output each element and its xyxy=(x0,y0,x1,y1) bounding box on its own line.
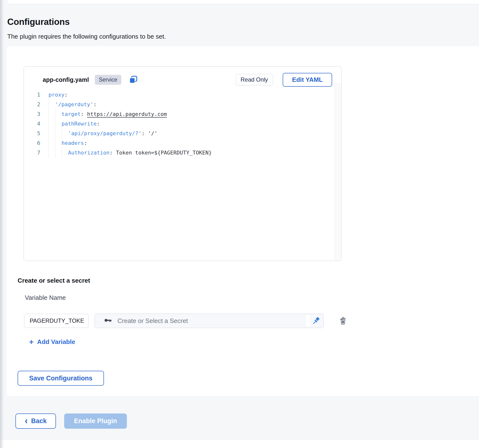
save-configurations-button[interactable]: Save Configurations xyxy=(18,371,104,386)
line-number: 7 xyxy=(24,150,40,156)
line-number: 1 xyxy=(24,92,40,98)
indent-guide xyxy=(48,128,55,138)
file-name: app-config.yaml xyxy=(43,76,89,83)
indent-guide xyxy=(48,99,55,109)
service-badge: Service xyxy=(95,75,122,85)
indent-guide xyxy=(55,109,62,119)
secret-section: Create or select a secret Variable Name … xyxy=(18,277,479,386)
indent-guide xyxy=(48,119,55,128)
page-title: Configurations xyxy=(7,17,479,27)
variable-name-label: Variable Name xyxy=(25,294,479,301)
indent-guide xyxy=(48,148,55,157)
line-number: 3 xyxy=(24,111,40,117)
pin-icon[interactable] xyxy=(310,314,322,327)
edit-yaml-button[interactable]: Edit YAML xyxy=(283,73,332,87)
picker-divider xyxy=(306,315,310,327)
variable-name-input[interactable] xyxy=(24,314,89,328)
indent-guide xyxy=(48,109,55,119)
indent-guide xyxy=(55,148,62,157)
code-line: 1proxy: xyxy=(24,90,341,99)
secret-picker-placeholder: Create or Select a Secret xyxy=(117,317,306,325)
editor-header: app-config.yaml Service Read Only Edit Y… xyxy=(24,67,341,86)
trash-icon[interactable] xyxy=(338,315,348,326)
bottom-white-band xyxy=(0,440,479,448)
add-variable-label: Add Variable xyxy=(37,338,75,346)
indent-guide xyxy=(48,138,55,148)
window-left-edge xyxy=(0,0,4,448)
indent-guide xyxy=(62,148,68,157)
indent-guide xyxy=(55,119,62,128)
previous-card-bottom-edge xyxy=(7,0,479,4)
indent-guide xyxy=(62,128,68,138)
add-variable-button[interactable]: + Add Variable xyxy=(29,338,75,346)
indent-guide xyxy=(55,128,62,138)
code-line: 6headers: xyxy=(24,138,341,148)
variable-row: Create or Select a Secret xyxy=(18,314,479,328)
code-line: 2'/pagerduty': xyxy=(24,99,341,109)
copy-icon[interactable] xyxy=(129,74,138,85)
configurations-card: app-config.yaml Service Read Only Edit Y… xyxy=(7,46,479,396)
yaml-editor-card: app-config.yaml Service Read Only Edit Y… xyxy=(24,66,342,261)
back-button[interactable]: ‹ Back xyxy=(15,413,56,429)
secret-section-title: Create or select a secret xyxy=(18,277,479,284)
back-label: Back xyxy=(31,417,47,425)
code-line: 4pathRewrite: xyxy=(24,119,341,128)
enable-plugin-button[interactable]: Enable Plugin xyxy=(64,413,127,429)
plus-icon: + xyxy=(29,338,34,346)
footer-actions: ‹ Back Enable Plugin xyxy=(15,413,479,429)
code-line: 3target: https://api.pagerduty.com xyxy=(24,109,341,119)
code-line: 7Authorization: Token token=${PAGERDUTY_… xyxy=(24,148,341,157)
line-number: 4 xyxy=(24,121,40,127)
code-lines: 1proxy:2'/pagerduty':3target: https://ap… xyxy=(24,90,341,260)
code-line: 5'api/proxy/pagerduty/?': '/' xyxy=(24,128,341,138)
indent-guide xyxy=(55,138,62,148)
key-icon xyxy=(104,316,112,325)
editor-scrollbar[interactable] xyxy=(335,83,341,260)
line-number: 2 xyxy=(24,101,40,107)
secret-picker[interactable]: Create or Select a Secret xyxy=(95,314,324,328)
line-number: 6 xyxy=(24,140,40,146)
page-subtitle: The plugin requires the following config… xyxy=(7,33,479,40)
read-only-badge: Read Only xyxy=(235,74,273,85)
line-number: 5 xyxy=(24,130,40,136)
